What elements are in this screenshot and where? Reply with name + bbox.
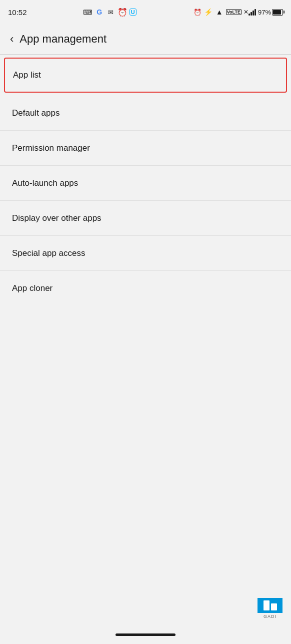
status-right-icons: ⏰ ⚡ ▲ VoLTE ✕ 97% — [193, 8, 283, 17]
status-center-icons: ⌨ G ✉ ⏰ U — [84, 8, 136, 17]
signal-bars — [248, 9, 256, 16]
alarm-icon: ⏰ — [118, 8, 127, 17]
wifi-icon: ▲ — [215, 8, 224, 17]
header-divider — [0, 54, 291, 55]
battery-icon — [272, 9, 283, 16]
menu-item-label-app-cloner: App cloner — [12, 283, 52, 293]
menu-item-permission-manager[interactable]: Permission manager — [0, 131, 291, 166]
menu-item-display-over-other-apps[interactable]: Display over other apps — [0, 201, 291, 236]
menu-item-label-display-over-other-apps: Display over other apps — [12, 213, 102, 223]
page-header: ‹ App management — [0, 24, 291, 54]
bottom-nav-bar — [116, 633, 176, 636]
watermark: GADI — [257, 598, 283, 619]
google-icon: G — [95, 8, 104, 17]
watermark-text: GADI — [264, 614, 276, 619]
signal-cross-icon: ✕ — [244, 9, 256, 16]
menu-item-label-auto-launch-apps: Auto-launch apps — [12, 178, 78, 188]
menu-item-auto-launch-apps[interactable]: Auto-launch apps — [0, 166, 291, 201]
page-title: App management — [20, 33, 106, 46]
uwatch-icon: U — [130, 9, 136, 16]
status-time: 10:52 — [8, 8, 27, 17]
menu-item-default-apps[interactable]: Default apps — [0, 96, 291, 131]
menu-item-app-list[interactable]: App list — [4, 58, 287, 93]
status-bar: 10:52 ⌨ G ✉ ⏰ U ⏰ ⚡ ▲ VoLTE ✕ — [0, 0, 291, 24]
battery-percentage: 97% — [258, 9, 271, 16]
menu-item-special-app-access[interactable]: Special app access — [0, 236, 291, 271]
menu-list: App list Default apps Permission manager… — [0, 58, 291, 306]
menu-item-app-cloner[interactable]: App cloner — [0, 271, 291, 306]
menu-item-label-app-list: App list — [13, 70, 41, 80]
bluetooth-icon: ⚡ — [204, 8, 213, 17]
clock-icon: ⏰ — [193, 8, 202, 17]
battery-indicator: 97% — [258, 9, 283, 16]
menu-item-label-special-app-access: Special app access — [12, 248, 85, 258]
volte-icon: VoLTE — [226, 9, 242, 16]
menu-item-label-default-apps: Default apps — [12, 108, 60, 118]
keyboard-icon: ⌨ — [84, 8, 92, 17]
back-button[interactable]: ‹ — [10, 33, 14, 46]
menu-item-label-permission-manager: Permission manager — [12, 143, 90, 153]
watermark-logo — [258, 598, 282, 613]
mail-icon: ✉ — [106, 8, 116, 17]
